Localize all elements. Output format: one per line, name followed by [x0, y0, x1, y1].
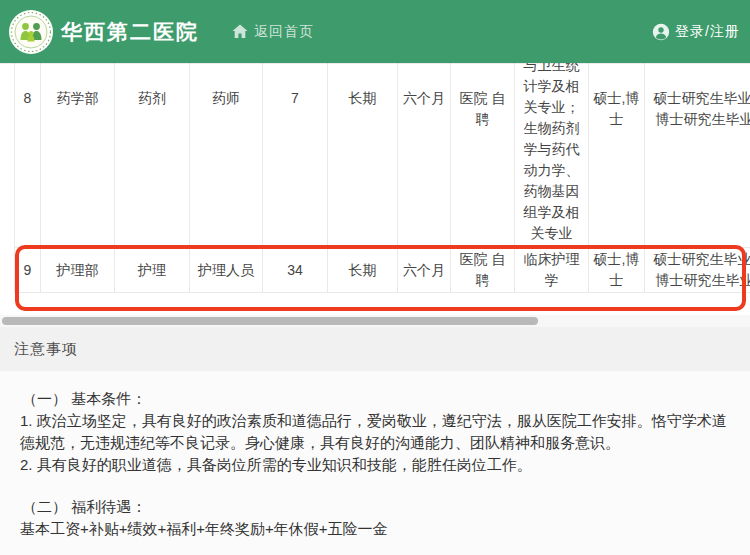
back-home-label: 返回首页: [254, 23, 314, 41]
login-register-label: 登录/注册: [675, 23, 740, 41]
benefits-heading: （二） 福利待遇：: [20, 496, 734, 518]
notice-title: 注意事项: [14, 340, 78, 359]
notice-body: （一） 基本条件： 1. 政治立场坚定，具有良好的政治素质和道德品行，爱岗敬业，…: [0, 371, 750, 555]
top-navigation-bar: 华西第二医院 返回首页 登录/注册: [0, 0, 750, 63]
scrollbar-thumb[interactable]: [2, 317, 538, 325]
notice-section-header: 注意事项: [0, 327, 750, 371]
basic-conditions-item-1: 1. 政治立场坚定，具有良好的政治素质和道德品行，爱岗敬业，遵纪守法，服从医院工…: [20, 410, 734, 454]
hospital-logo-icon[interactable]: [8, 9, 54, 55]
basic-conditions-item-2: 2. 具有良好的职业道德，具备岗位所需的专业知识和技能，能胜任岗位工作。: [20, 454, 734, 476]
login-register-link[interactable]: 登录/注册: [652, 23, 740, 41]
page: 8 药学部 药剂 药师 7 长期 六个月 医院 自聘 与卫生统计学及相关专业；生…: [0, 0, 750, 555]
home-icon: [232, 24, 248, 39]
horizontal-scrollbar[interactable]: [0, 315, 750, 327]
basic-conditions-heading: （一） 基本条件：: [20, 388, 734, 410]
site-title: 华西第二医院: [61, 18, 199, 46]
highlight-box: [15, 245, 746, 311]
benefits-text: 基本工资+补贴+绩效+福利+年终奖励+年休假+五险一金: [20, 518, 734, 540]
user-icon: [652, 23, 670, 41]
back-home-link[interactable]: 返回首页: [232, 23, 314, 41]
